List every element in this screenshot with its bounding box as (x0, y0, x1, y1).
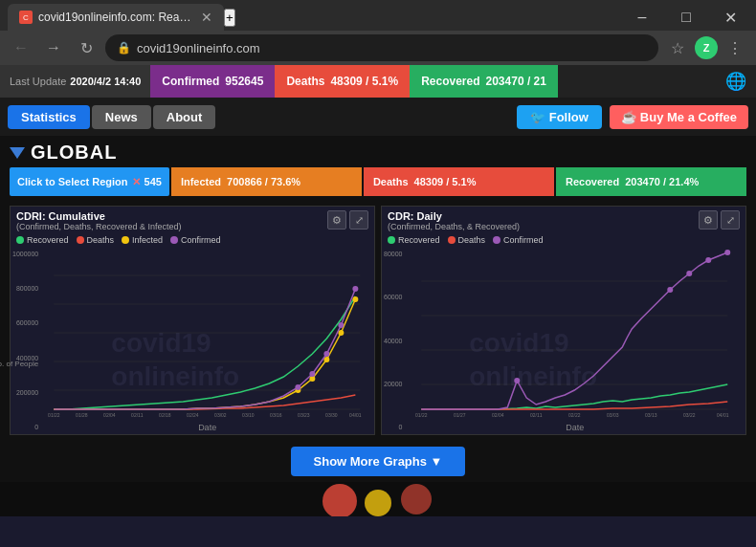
global-header: GLOBAL (10, 142, 746, 164)
svg-text:03/22: 03/22 (683, 412, 696, 418)
region-btn-label: Click to Select Region (17, 176, 128, 187)
chart-left-svg: covid19 onlineinfo (40, 247, 374, 419)
chart-right-legend: Recovered Deaths Confirmed (382, 233, 745, 247)
tab-statistics[interactable]: Statistics (8, 105, 90, 129)
svg-point-12 (353, 296, 359, 302)
minimize-button[interactable]: – (620, 4, 664, 31)
coffee-button[interactable]: ☕ Buy Me a Coffee (610, 105, 748, 129)
back-button[interactable]: ← (8, 34, 34, 61)
cdr-daily-chart: CDR: Daily (Confirmed, Deaths, & Recover… (381, 206, 746, 435)
chart-left-expand-button[interactable]: ⤢ (349, 210, 368, 230)
maximize-button[interactable]: □ (664, 4, 708, 31)
y-axis-left: 1000000 800000 600000 400000 200000 0 (11, 247, 40, 434)
legend-confirmed: Confirmed (170, 235, 221, 245)
recovered-pill: Recovered 203470 / 21 (410, 65, 558, 98)
chart-right-controls: ⚙ ⤢ (699, 210, 740, 230)
show-more-section: Show More Graphs ▼ (0, 441, 756, 482)
legend-infected: Infected (122, 235, 163, 245)
infected-value: 700866 / 73.6% (227, 176, 300, 187)
svg-point-41 (725, 250, 731, 255)
svg-point-14 (310, 371, 316, 377)
legend-right-deaths-label: Deaths (458, 235, 486, 245)
close-button[interactable]: ✕ (708, 4, 752, 31)
bookmark-icon[interactable]: ☆ (664, 34, 691, 61)
legend-right-deaths: Deaths (448, 235, 486, 245)
menu-icon[interactable]: ⋮ (722, 34, 748, 61)
recovered-stat-label: Recovered (566, 176, 619, 187)
bottom-decoration (282, 482, 474, 516)
svg-text:onlineinfo: onlineinfo (470, 361, 598, 391)
chart-right-svg-container: covid19 onlineinfo 0 (404, 247, 745, 434)
stats-row: Click to Select Region ✕ 545 Infected 70… (10, 167, 746, 196)
nav-tabs: Statistics News About (8, 105, 215, 129)
legend-right-confirmed-label: Confirmed (503, 235, 544, 245)
chart-right-svg: covid19 onlineinfo 0 (404, 247, 745, 419)
follow-button[interactable]: 🐦 Follow (517, 105, 602, 129)
svg-text:04/01: 04/01 (349, 412, 362, 418)
confirmed-value: 952645 (225, 75, 263, 88)
svg-point-40 (706, 257, 712, 263)
deaths-stat-bar: Deaths 48309 / 5.1% (364, 167, 554, 196)
chart-right-title: CDR: Daily (388, 210, 520, 222)
forward-button[interactable]: → (40, 34, 67, 61)
x-axis-label-left: Date (40, 423, 374, 434)
last-update-label: Last Update (10, 76, 66, 87)
translate-button[interactable]: 🌐 (716, 65, 756, 98)
url-text: covid19onlineinfo.com (137, 41, 260, 55)
svg-point-17 (353, 286, 359, 292)
infected-label: Infected (181, 176, 221, 187)
profile-button[interactable]: Z (695, 36, 718, 59)
svg-point-53 (401, 484, 432, 514)
svg-point-15 (324, 351, 330, 357)
legend-recovered-dot (16, 236, 24, 244)
x-axis-label-right: Date (404, 423, 745, 434)
legend-right-recovered-label: Recovered (398, 235, 440, 245)
address-bar[interactable]: 🔒 covid19onlineinfo.com (105, 34, 658, 61)
chart-left-subtitle: (Confirmed, Deaths, Recovered & Infected… (16, 222, 182, 231)
bottom-decor (0, 482, 756, 516)
coffee-label: Buy Me a Coffee (640, 110, 737, 124)
chart-right-settings-button[interactable]: ⚙ (699, 210, 718, 230)
chart-left-settings-button[interactable]: ⚙ (327, 210, 346, 230)
legend-recovered: Recovered (16, 235, 69, 245)
confirmed-label: Confirmed (162, 75, 219, 88)
svg-text:02/11: 02/11 (530, 412, 543, 418)
last-update-value: 2020/4/2 14:40 (70, 76, 141, 87)
chart-right-subtitle: (Confirmed, Deaths, & Recovered) (388, 222, 520, 231)
svg-text:covid19: covid19 (470, 328, 569, 358)
chart-right-expand-button[interactable]: ⤢ (721, 210, 740, 230)
tab-news[interactable]: News (92, 105, 151, 129)
chart-left-svg-container: No. of People covid19 onlineinfo (40, 247, 374, 434)
recovered-stat-bar: Recovered 203470 / 21.4% (556, 167, 746, 196)
svg-text:01/22: 01/22 (48, 412, 60, 418)
legend-confirmed-dot (170, 236, 178, 244)
browser-tab[interactable]: C covid19onlineinfo.com: Real-tim... ✕ (8, 4, 224, 31)
coffee-icon: ☕ (621, 110, 636, 124)
svg-text:03/30: 03/30 (325, 412, 338, 418)
favicon-icon: C (19, 11, 33, 24)
legend-deaths-dot (77, 236, 84, 244)
new-tab-button[interactable]: + (224, 9, 235, 27)
legend-right-confirmed: Confirmed (493, 235, 544, 245)
region-close-icon: ✕ (132, 176, 141, 188)
legend-infected-label: Infected (132, 235, 163, 245)
svg-point-51 (322, 484, 357, 516)
tab-about[interactable]: About (153, 105, 216, 129)
recovered-stat-value: 203470 / 21.4% (625, 176, 699, 187)
svg-text:03/23: 03/23 (298, 412, 310, 418)
twitter-icon: 🐦 (530, 110, 545, 124)
legend-right-recovered-dot (388, 236, 395, 244)
nav-bar: Statistics News About 🐦 Follow ☕ Buy Me … (0, 98, 756, 136)
tab-close-icon[interactable]: ✕ (201, 10, 212, 25)
show-more-button[interactable]: Show More Graphs ▼ (291, 447, 466, 476)
global-section: GLOBAL Click to Select Region ✕ 545 Infe… (0, 136, 756, 200)
charts-section: CDRI: Cumulative (Confirmed, Deaths, Rec… (0, 200, 756, 441)
legend-deaths: Deaths (77, 235, 115, 245)
svg-text:03/16: 03/16 (270, 412, 282, 418)
y-axis-right: 80000 60000 40000 20000 0 (382, 247, 404, 434)
confirmed-pill: Confirmed 952645 (150, 65, 275, 98)
deaths-stat-label: Deaths (373, 176, 409, 187)
region-select-button[interactable]: Click to Select Region ✕ 545 (10, 167, 169, 196)
svg-point-37 (515, 378, 521, 383)
reload-button[interactable]: ↻ (73, 34, 100, 61)
